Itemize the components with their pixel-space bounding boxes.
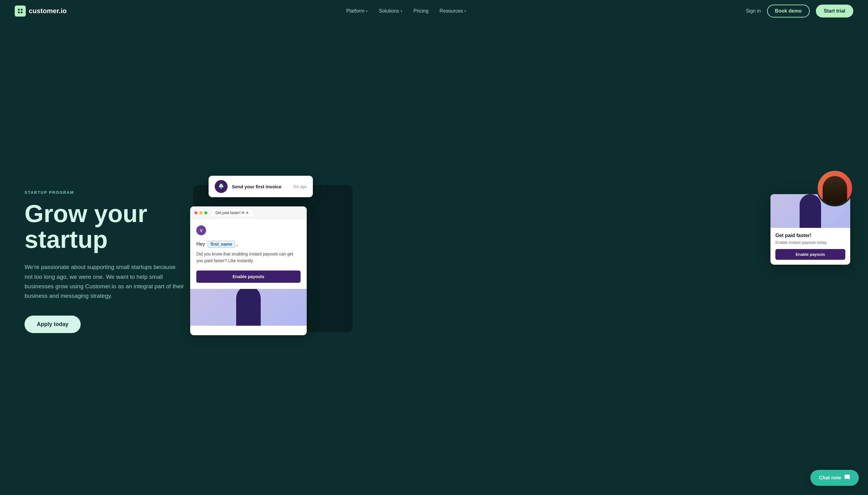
nav-solutions[interactable]: Solutions ▾	[379, 8, 403, 14]
nav-platform[interactable]: Platform ▾	[346, 8, 368, 14]
logo-text: customer.io	[29, 7, 67, 15]
hero-section: STARTUP PROGRAM Grow your startup We're …	[0, 22, 868, 495]
nav-pricing[interactable]: Pricing	[413, 8, 428, 14]
window-maximize-dot	[204, 211, 207, 215]
logo[interactable]: customer.io	[15, 5, 67, 17]
startup-label: STARTUP PROGRAM	[24, 190, 184, 195]
book-demo-button[interactable]: Book demo	[767, 5, 810, 17]
avatar-person-figure	[822, 176, 847, 205]
notification-time: 5m ago	[293, 184, 307, 189]
chevron-down-icon: ▾	[366, 9, 368, 13]
inapp-person-figure	[800, 194, 821, 228]
inapp-subtitle: Enable instant payouts today.	[776, 240, 845, 245]
email-sender-avatar: V	[196, 225, 206, 235]
person-figure	[236, 289, 261, 326]
hero-description: We're passionate about supporting small …	[24, 262, 184, 301]
chat-icon	[844, 474, 850, 481]
start-trial-button[interactable]: Start trial	[816, 5, 853, 17]
email-card: Get paid faster! ✉ ✕ V Hey first_name , …	[190, 206, 307, 335]
hero-content: STARTUP PROGRAM Grow your startup We're …	[24, 190, 184, 333]
email-enable-payouts-button[interactable]: Enable payouts	[196, 271, 301, 283]
nav-resources[interactable]: Resources ▾	[440, 8, 466, 14]
inapp-title: Get paid faster!	[776, 233, 845, 238]
window-close-dot	[194, 211, 198, 215]
chevron-down-icon: ▾	[464, 9, 466, 13]
email-card-image	[190, 289, 307, 326]
email-from: V	[196, 225, 301, 235]
email-body: V Hey first_name , Did you know that ena…	[190, 219, 307, 289]
notification-card: Send your first invoice 5m ago	[208, 176, 313, 197]
logo-icon	[15, 5, 26, 17]
firstname-tag: first_name	[208, 241, 235, 248]
window-minimize-dot	[199, 211, 202, 215]
nav-actions: Sign in Book demo Start trial	[746, 5, 853, 17]
email-card-header: Get paid faster! ✉ ✕	[190, 206, 307, 219]
apply-today-button[interactable]: Apply today	[24, 315, 81, 333]
sign-in-link[interactable]: Sign in	[746, 8, 761, 14]
avatar	[816, 170, 853, 206]
inapp-enable-payouts-button[interactable]: Enable payouts	[776, 249, 845, 260]
navbar: customer.io Platform ▾ Solutions ▾ Prici…	[0, 0, 868, 22]
notification-title: Send your first invoice	[232, 184, 289, 189]
chevron-down-icon: ▾	[401, 9, 403, 13]
inapp-body: Get paid faster! Enable instant payouts …	[770, 228, 850, 265]
hero-title: Grow your startup	[24, 201, 184, 252]
chat-label: Chat now	[819, 475, 841, 481]
hero-visual: Send your first invoice 5m ago Get paid …	[184, 170, 853, 354]
email-paragraph: Did you know that enabling instant payou…	[196, 251, 301, 264]
chat-now-button[interactable]: Chat now	[810, 470, 859, 486]
email-tab: Get paid faster! ✉ ✕	[211, 209, 252, 216]
email-greeting: Hey first_name ,	[196, 241, 301, 247]
notification-icon	[215, 180, 227, 193]
nav-links: Platform ▾ Solutions ▾ Pricing Resources…	[346, 8, 466, 14]
